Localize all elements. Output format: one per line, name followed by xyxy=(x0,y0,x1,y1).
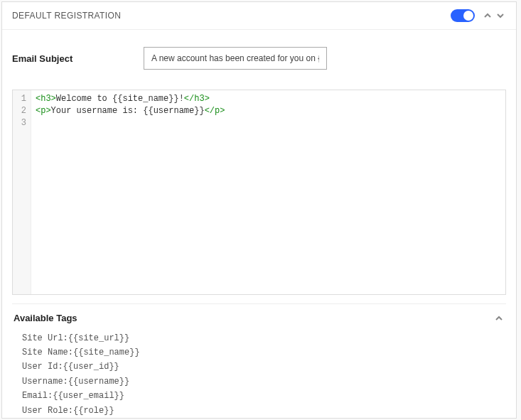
chevron-up-icon xyxy=(493,313,505,324)
toggle-enabled[interactable] xyxy=(451,9,475,22)
editor-code[interactable]: <h3>Welcome to {{site_name}}!</h3><p>You… xyxy=(31,90,505,294)
code-line[interactable] xyxy=(36,117,501,129)
panel-body: Email Subject 123 <h3>Welcome to {{site_… xyxy=(2,30,516,418)
code-line[interactable]: <h3>Welcome to {{site_name}}!</h3> xyxy=(36,93,501,105)
panel-title: DEFAULT REGISTRATION xyxy=(12,11,451,21)
toggle-knob xyxy=(463,11,473,21)
available-tag: Site Name:{{site_name}} xyxy=(22,345,506,360)
code-editor[interactable]: 123 <h3>Welcome to {{site_name}}!</h3><p… xyxy=(12,90,506,295)
available-tag: Site Url:{{site_url}} xyxy=(22,331,506,345)
available-tag: User Id:{{user_id}} xyxy=(22,360,506,374)
email-subject-row: Email Subject xyxy=(12,47,506,70)
available-tags-title: Available Tags xyxy=(14,313,492,323)
code-tag: <p> xyxy=(36,106,51,116)
registration-panel: DEFAULT REGISTRATION Email Subject 123 <… xyxy=(1,1,517,419)
code-tag: </h3> xyxy=(184,94,210,104)
code-text: Your username is: {{username}} xyxy=(51,106,205,116)
editor-gutter: 123 xyxy=(13,90,31,294)
code-tag: <h3> xyxy=(36,94,56,104)
available-tag: Username:{{username}} xyxy=(22,375,506,389)
panel-header: DEFAULT REGISTRATION xyxy=(2,2,516,30)
email-subject-label: Email Subject xyxy=(12,53,144,64)
gutter-line: 3 xyxy=(13,117,26,129)
code-text: Welcome to {{site_name}}! xyxy=(56,94,184,104)
chevron-up-icon[interactable] xyxy=(482,10,493,21)
available-tags-header[interactable]: Available Tags xyxy=(12,304,506,330)
code-tag: </p> xyxy=(205,106,225,116)
email-subject-input[interactable] xyxy=(144,47,327,70)
available-tags-list: Site Url:{{site_url}}Site Name:{{site_na… xyxy=(12,330,506,418)
available-tag: User Role:{{role}} xyxy=(22,404,506,418)
code-line[interactable]: <p>Your username is: {{username}}</p> xyxy=(36,105,501,117)
available-tag: Email:{{user_email}} xyxy=(22,389,506,403)
gutter-line: 2 xyxy=(13,105,26,117)
chevron-down-icon[interactable] xyxy=(495,10,506,21)
available-tags-section: Available Tags Site Url:{{site_url}}Site… xyxy=(12,303,506,418)
gutter-line: 1 xyxy=(13,93,26,105)
